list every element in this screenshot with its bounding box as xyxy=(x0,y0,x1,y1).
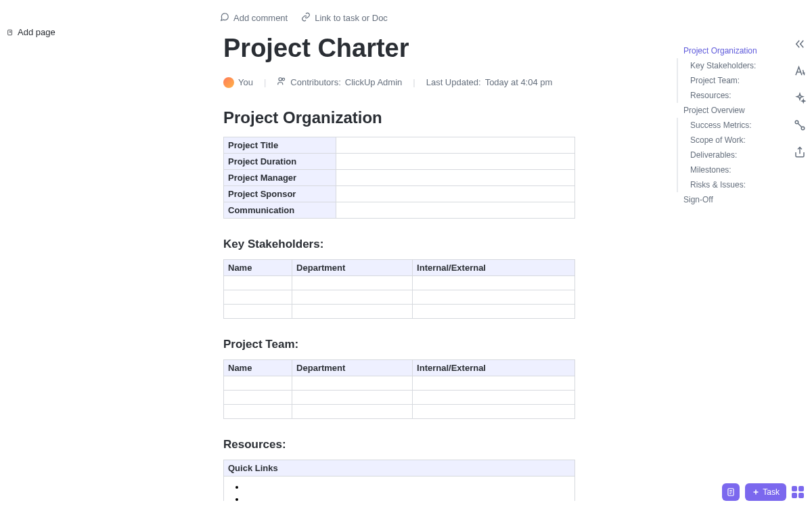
bottom-actions: Task xyxy=(722,483,804,501)
outline-item[interactable]: Deliverables: xyxy=(677,148,778,162)
value-cell[interactable] xyxy=(224,276,292,290)
value-cell[interactable] xyxy=(413,376,575,391)
task-button-label: Task xyxy=(763,487,780,497)
add-page-label: Add page xyxy=(18,27,55,37)
page-title[interactable]: Project Charter xyxy=(223,34,575,63)
contributors-chip[interactable]: Contributors: ClickUp Admin xyxy=(277,76,402,88)
meta-row: You | Contributors: ClickUp Admin | Last… xyxy=(223,76,575,88)
label-cell[interactable]: Project Sponsor xyxy=(224,186,336,202)
section-heading-team[interactable]: Project Team: xyxy=(223,338,575,351)
value-cell[interactable] xyxy=(336,202,575,219)
meta-divider: | xyxy=(413,77,415,87)
relations-icon[interactable] xyxy=(793,118,807,132)
outline-item[interactable]: Project Overview xyxy=(677,103,778,118)
comment-icon xyxy=(220,12,229,24)
typography-icon[interactable] xyxy=(793,64,807,78)
resources-table[interactable]: Quick Links xyxy=(223,460,575,501)
header-cell[interactable]: Internal/External xyxy=(413,360,575,376)
link-icon xyxy=(301,12,311,24)
header-cell[interactable]: Department xyxy=(292,260,413,276)
outline-item[interactable]: Project Team: xyxy=(677,73,778,88)
right-toolbar xyxy=(793,37,807,159)
value-cell[interactable] xyxy=(292,305,413,319)
outline-item[interactable]: Sign-Off xyxy=(677,192,778,207)
value-cell[interactable] xyxy=(336,186,575,202)
outline-item[interactable]: Risks & Issues: xyxy=(677,177,778,192)
header-cell[interactable]: Name xyxy=(224,260,292,276)
header-cell[interactable]: Quick Links xyxy=(224,460,575,477)
table-row xyxy=(224,305,575,319)
value-cell[interactable] xyxy=(292,391,413,405)
header-cell[interactable]: Name xyxy=(224,360,292,376)
author-name: You xyxy=(238,77,253,87)
share-icon[interactable] xyxy=(793,146,807,159)
table-row xyxy=(224,290,575,305)
apps-button[interactable] xyxy=(792,486,804,498)
value-cell[interactable] xyxy=(224,391,292,405)
label-cell[interactable]: Project Duration xyxy=(224,154,336,170)
plus-page-icon xyxy=(7,29,14,36)
stakeholders-table[interactable]: Name Department Internal/External xyxy=(223,259,575,319)
notepad-button[interactable] xyxy=(722,483,740,501)
outline-item[interactable]: Milestones: xyxy=(677,162,778,177)
label-cell[interactable]: Project Manager xyxy=(224,170,336,186)
value-cell[interactable] xyxy=(224,376,292,391)
value-cell[interactable] xyxy=(224,290,292,305)
label-cell[interactable]: Project Title xyxy=(224,137,336,154)
header-cell[interactable]: Department xyxy=(292,360,413,376)
team-table[interactable]: Name Department Internal/External xyxy=(223,359,575,419)
outline-item[interactable]: Scope of Work: xyxy=(677,133,778,148)
value-cell[interactable] xyxy=(292,290,413,305)
last-updated-chip: Last Updated: Today at 4:04 pm xyxy=(426,77,553,87)
section-heading-stakeholders[interactable]: Key Stakeholders: xyxy=(223,238,575,251)
table-row xyxy=(224,477,575,502)
value-cell[interactable] xyxy=(413,391,575,405)
add-page-button[interactable]: Add page xyxy=(7,27,55,37)
author-chip[interactable]: You xyxy=(223,77,253,88)
link-task-button[interactable]: Link to task or Doc xyxy=(301,12,388,24)
outline-item[interactable]: Success Metrics: xyxy=(677,118,778,133)
document-body[interactable]: Project Charter You | Contributors: Clic… xyxy=(223,27,589,501)
outline-item[interactable]: Key Stakeholders: xyxy=(677,58,778,73)
section-heading-resources[interactable]: Resources: xyxy=(223,438,575,451)
value-cell[interactable] xyxy=(292,376,413,391)
table-row xyxy=(224,276,575,290)
table-row: Project Duration xyxy=(224,154,575,170)
svg-point-2 xyxy=(282,78,285,81)
section-heading-org[interactable]: Project Organization xyxy=(223,108,575,127)
outline-item[interactable]: Resources: xyxy=(677,88,778,103)
people-icon xyxy=(277,76,286,88)
value-cell[interactable] xyxy=(224,405,292,419)
ai-sparkle-icon[interactable] xyxy=(793,91,807,105)
table-row: Communication xyxy=(224,202,575,219)
value-cell[interactable] xyxy=(292,276,413,290)
collapse-icon[interactable] xyxy=(793,37,807,51)
list-item[interactable] xyxy=(246,482,566,494)
outline-item[interactable]: Project Organization xyxy=(677,43,778,58)
value-cell[interactable] xyxy=(336,137,575,154)
link-task-label: Link to task or Doc xyxy=(315,13,388,23)
table-header-row: Name Department Internal/External xyxy=(224,260,575,276)
add-comment-button[interactable]: Add comment xyxy=(220,12,288,24)
org-table[interactable]: Project Title Project Duration Project M… xyxy=(223,137,575,219)
list-item[interactable] xyxy=(246,494,566,501)
top-actions-bar: Add comment Link to task or Doc xyxy=(220,12,388,24)
value-cell[interactable] xyxy=(413,305,575,319)
value-cell[interactable] xyxy=(413,290,575,305)
table-row: Project Manager xyxy=(224,170,575,186)
label-cell[interactable]: Communication xyxy=(224,202,336,219)
header-cell[interactable]: Internal/External xyxy=(413,260,575,276)
value-cell[interactable] xyxy=(224,305,292,319)
table-row xyxy=(224,405,575,419)
add-comment-label: Add comment xyxy=(233,13,288,23)
bullet-cell[interactable] xyxy=(224,477,575,502)
contributors-label: Contributors: xyxy=(290,77,340,87)
value-cell[interactable] xyxy=(336,154,575,170)
value-cell[interactable] xyxy=(292,405,413,419)
meta-divider: | xyxy=(264,77,266,87)
create-task-button[interactable]: Task xyxy=(745,483,786,501)
value-cell[interactable] xyxy=(413,405,575,419)
value-cell[interactable] xyxy=(336,170,575,186)
table-row xyxy=(224,376,575,391)
value-cell[interactable] xyxy=(413,276,575,290)
